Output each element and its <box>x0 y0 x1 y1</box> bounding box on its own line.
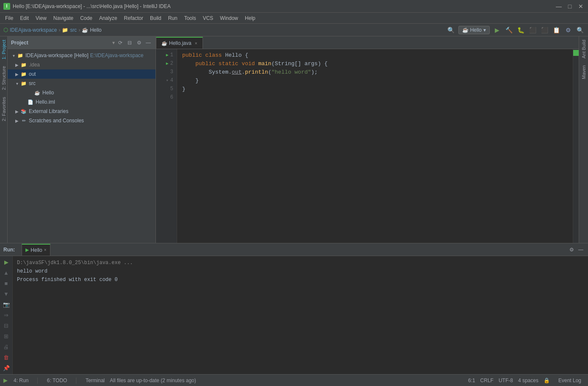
menu-file[interactable]: File <box>2 14 17 22</box>
tree-out-label: out <box>29 71 36 77</box>
tree-scratches[interactable]: ▶ ✏ Scratches and Consoles <box>8 116 155 125</box>
tree-out[interactable]: ▶ 📁 out <box>8 69 155 79</box>
src-folder-icon: 📁 <box>62 27 68 33</box>
console-output: D:\javaSF\jdk1.8.0_25\bin\java.exe ... h… <box>13 256 588 374</box>
console-print-button[interactable]: 🖨 <box>2 342 11 351</box>
close-button[interactable]: ✕ <box>577 3 585 10</box>
ext-libs-icon: 📚 <box>20 108 27 115</box>
tree-scratches-label: Scratches and Consoles <box>29 118 84 124</box>
fold-btn-4[interactable]: ▾ <box>166 78 169 83</box>
search-everywhere-button[interactable]: 🔍 <box>447 25 456 35</box>
coverage-button[interactable]: ⬛ <box>528 25 537 35</box>
code-editor[interactable]: ▶ 1 ▶ 2 3 ▾ 4 5 6 <box>156 49 579 243</box>
console-collapse-button[interactable]: ⊟ <box>2 321 11 330</box>
console-screenshot-button[interactable]: 📷 <box>2 300 11 309</box>
project-structure-button[interactable]: 📋 <box>552 25 561 35</box>
brace-open-1: { <box>245 52 248 58</box>
project-sync-button[interactable]: ⟳ <box>116 39 124 47</box>
console-up-button[interactable]: ▲ <box>2 268 11 277</box>
line-num-4: 4 <box>170 77 173 83</box>
menu-help[interactable]: Help <box>241 14 259 22</box>
project-tab-label[interactable]: 1: Project <box>0 36 7 63</box>
status-position[interactable]: 6:1 <box>468 378 475 383</box>
favorites-tab-label[interactable]: 2: Favorites <box>0 94 7 124</box>
menu-refactor[interactable]: Refactor <box>121 14 147 22</box>
nav-run-tab[interactable]: 4: Run <box>10 377 32 384</box>
menu-window[interactable]: Window <box>216 14 241 22</box>
console-down-button[interactable]: ▼ <box>2 290 11 298</box>
minimize-button[interactable]: — <box>555 3 563 10</box>
tree-hello-java[interactable]: ☕ Hello <box>8 88 155 97</box>
project-settings-button[interactable]: ⚙ <box>135 39 143 47</box>
breadcrumb-right: 🔍 ☕ Hello ▾ ▶ 🔨 🐛 ⬛ ⬛ 📋 ⚙ 🔍 <box>447 25 585 35</box>
status-encoding[interactable]: UTF-8 <box>499 378 513 383</box>
nav-event-log-tab[interactable]: Event Log <box>555 377 585 384</box>
debug-button[interactable]: 🐛 <box>516 25 525 35</box>
status-line-ending[interactable]: CRLF <box>480 378 494 383</box>
ant-build-tab[interactable]: Ant Build <box>580 36 587 62</box>
run-tab-hello[interactable]: ▶ Hello × <box>22 244 50 256</box>
console-wrap-button[interactable]: ⇒ <box>2 311 11 320</box>
breadcrumb-workspace[interactable]: IDEAjava-workspace <box>10 27 57 33</box>
run-button[interactable]: ▶ <box>492 25 502 35</box>
settings-button[interactable]: ⚙ <box>563 25 573 35</box>
menu-build[interactable]: Build <box>147 14 165 22</box>
console-run-button[interactable]: ▶ <box>2 258 11 267</box>
tree-root-arrow: ▾ <box>11 53 16 58</box>
code-line-6 <box>182 93 568 102</box>
breadcrumb-src[interactable]: src <box>70 27 77 33</box>
maven-tab[interactable]: Maven <box>580 62 587 83</box>
nav-todo-tab[interactable]: 6: TODO <box>44 377 71 384</box>
tree-root[interactable]: ▾ 📁 IDEAjava-workspace [Hello] E:\IDEAja… <box>8 51 155 60</box>
main-area: 1: Project 2: Structure 2: Favorites Pro… <box>0 36 588 243</box>
editor-tab-hello[interactable]: ☕ Hello.java × <box>156 37 203 49</box>
editor-gutter: ▶ 1 ▶ 2 3 ▾ 4 5 6 <box>156 49 177 243</box>
status-run-icon[interactable]: ▶ <box>3 377 8 383</box>
console-stop-button[interactable]: ■ <box>2 279 11 288</box>
console-area: ▶ ▲ ■ ▼ 📷 ⇒ ⊟ ⊞ 🖨 🗑 📌 D:\javaSF\jdk1.8.0… <box>0 256 588 374</box>
tree-src[interactable]: ▾ 📁 src <box>8 79 155 88</box>
out-folder-icon: 📁 <box>20 71 27 77</box>
tree-idea[interactable]: ▶ 📁 .idea <box>8 60 155 69</box>
console-hide-button[interactable]: — <box>577 246 585 254</box>
fn-println: println <box>245 69 268 75</box>
line-num-6: 6 <box>170 94 173 100</box>
tree-ext-label: External Libraries <box>29 108 68 114</box>
bottom-tabs: Run: ▶ Hello × ⚙ — <box>0 243 588 256</box>
console-clear-button[interactable]: 🗑 <box>2 353 11 362</box>
status-indent[interactable]: 4 spaces <box>518 378 538 383</box>
tree-ext-libs[interactable]: ▶ 📚 External Libraries <box>8 107 155 116</box>
structure-tab-label[interactable]: 2: Structure <box>0 63 7 94</box>
nav-terminal-tab[interactable]: Terminal <box>82 377 108 384</box>
tree-hello-iml[interactable]: 📄 Hello.iml <box>8 97 155 107</box>
console-expand-button[interactable]: ⊞ <box>2 332 11 341</box>
run-gutter-btn-2[interactable]: ▶ <box>166 61 169 66</box>
run-config-selector[interactable]: ☕ Hello ▾ <box>458 26 490 34</box>
menu-code[interactable]: Code <box>77 14 96 22</box>
build-button[interactable]: 🔨 <box>504 25 513 35</box>
console-settings-button[interactable]: ⚙ <box>568 246 575 254</box>
tree-src-label: src <box>29 80 36 86</box>
menu-run[interactable]: Run <box>165 14 181 22</box>
console-pin-button[interactable]: 📌 <box>2 364 11 372</box>
console-left-toolbar: ▶ ▲ ■ ▼ 📷 ⇒ ⊟ ⊞ 🖨 🗑 📌 <box>0 256 13 374</box>
menu-tools[interactable]: Tools <box>181 14 200 22</box>
maximize-button[interactable]: □ <box>566 3 574 10</box>
menu-view[interactable]: View <box>32 14 50 22</box>
search-button[interactable]: 🔍 <box>575 25 585 35</box>
breadcrumb-sep1: › <box>58 27 60 33</box>
close-3: ); <box>311 69 318 75</box>
run-gutter-btn-1[interactable]: ▶ <box>166 52 169 58</box>
tab-close-button[interactable]: × <box>195 41 197 46</box>
code-content[interactable]: public class Hello { public static void … <box>177 49 573 243</box>
run-tab-close[interactable]: × <box>44 248 47 252</box>
run-label: Run: <box>3 247 15 253</box>
menu-vcs[interactable]: VCS <box>200 14 217 22</box>
menu-analyze[interactable]: Analyze <box>96 14 121 22</box>
project-collapse-button[interactable]: ⊟ <box>126 39 133 47</box>
menu-edit[interactable]: Edit <box>17 14 32 22</box>
project-hide-button[interactable]: — <box>144 39 152 47</box>
tree-iml-space <box>21 99 26 105</box>
menu-navigate[interactable]: Navigate <box>50 14 77 22</box>
stop-button[interactable]: ⬛ <box>540 25 549 35</box>
